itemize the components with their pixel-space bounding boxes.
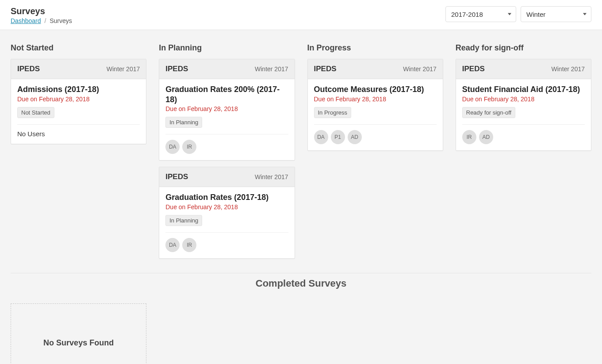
avatar[interactable]: AD: [479, 130, 493, 144]
divider: [165, 134, 288, 134]
season-selector[interactable]: Winter: [521, 6, 591, 22]
survey-card[interactable]: IPEDSWinter 2017Graduation Rates (2017-1…: [159, 167, 295, 259]
card-body: Outcome Measures (2017-18)Due on Februar…: [308, 79, 443, 150]
avatar-row: DAIR: [165, 140, 288, 154]
breadcrumb-current: Surveys: [50, 17, 72, 24]
kanban-column: In PlanningIPEDSWinter 2017Graduation Ra…: [159, 43, 295, 265]
divider: [314, 124, 437, 125]
avatar-row: IRAD: [462, 130, 585, 144]
card-category: IPEDS: [165, 172, 188, 181]
kanban-column: Ready for sign-offIPEDSWinter 2017Studen…: [456, 43, 591, 265]
breadcrumb: Dashboard / Surveys: [11, 17, 72, 24]
status-badge: Not Started: [17, 107, 54, 118]
column-title: Not Started: [11, 43, 146, 53]
breadcrumb-separator: /: [44, 17, 46, 24]
completed-section: Completed Surveys No Surveys Found: [11, 265, 591, 364]
survey-title: Graduation Rates (2017-18): [165, 192, 288, 203]
survey-title: Admissions (2017-18): [17, 84, 140, 95]
avatar[interactable]: IR: [182, 238, 196, 252]
card-term: Winter 2017: [552, 65, 585, 73]
completed-grid: No Surveys Found: [11, 294, 591, 364]
card-body: Student Financial Aid (2017-18)Due on Fe…: [456, 79, 591, 150]
completed-heading: Completed Surveys: [11, 273, 591, 294]
year-selector-value: 2017-2018: [451, 11, 483, 18]
divider: [462, 124, 585, 125]
card-category: IPEDS: [17, 65, 40, 73]
divider: [17, 124, 140, 125]
kanban-column: Not StartedIPEDSWinter 2017Admissions (2…: [11, 43, 146, 265]
due-date: Due on February 28, 2018: [462, 96, 585, 103]
avatar[interactable]: DA: [165, 238, 180, 252]
avatar-row: DAIR: [165, 238, 288, 252]
due-date: Due on February 28, 2018: [17, 96, 140, 103]
breadcrumb-link-dashboard[interactable]: Dashboard: [11, 17, 41, 24]
column-title: In Planning: [159, 43, 295, 53]
due-date: Due on February 28, 2018: [165, 203, 288, 211]
status-badge: Ready for sign-off: [462, 107, 515, 118]
status-badge: In Planning: [165, 215, 202, 226]
column-title: In Progress: [307, 43, 443, 53]
completed-empty-card: No Surveys Found: [11, 303, 146, 364]
card-header: IPEDSWinter 2017: [456, 59, 591, 79]
header-right: 2017-2018 Winter: [445, 6, 591, 22]
avatar[interactable]: IR: [462, 130, 476, 144]
card-category: IPEDS: [314, 65, 337, 73]
card-term: Winter 2017: [107, 65, 140, 73]
avatar[interactable]: IR: [182, 140, 196, 154]
survey-card[interactable]: IPEDSWinter 2017Admissions (2017-18)Due …: [11, 59, 146, 144]
column-title: Ready for sign-off: [456, 43, 591, 53]
survey-title: Student Financial Aid (2017-18): [462, 84, 585, 95]
card-header: IPEDSWinter 2017: [11, 59, 146, 79]
survey-card[interactable]: IPEDSWinter 2017Student Financial Aid (2…: [456, 59, 591, 151]
card-category: IPEDS: [462, 65, 485, 73]
due-date: Due on February 28, 2018: [165, 105, 288, 112]
page-title: Surveys: [11, 6, 72, 16]
kanban-column: In ProgressIPEDSWinter 2017Outcome Measu…: [307, 43, 443, 265]
year-selector[interactable]: 2017-2018: [445, 6, 516, 22]
card-term: Winter 2017: [255, 65, 288, 73]
status-badge: In Planning: [165, 117, 202, 128]
survey-card[interactable]: IPEDSWinter 2017Outcome Measures (2017-1…: [307, 59, 443, 151]
card-body: Graduation Rates 200% (2017-18)Due on Fe…: [159, 79, 294, 160]
avatar[interactable]: DA: [165, 140, 180, 154]
completed-empty-label: No Surveys Found: [43, 338, 114, 348]
chevron-down-icon: [583, 13, 587, 15]
card-term: Winter 2017: [255, 173, 288, 180]
board-area: Not StartedIPEDSWinter 2017Admissions (2…: [0, 30, 602, 364]
card-header: IPEDSWinter 2017: [159, 59, 294, 79]
card-term: Winter 2017: [403, 65, 436, 73]
card-header: IPEDSWinter 2017: [159, 167, 294, 187]
avatar[interactable]: P1: [331, 130, 345, 144]
card-body: Graduation Rates (2017-18)Due on Februar…: [159, 187, 294, 258]
due-date: Due on February 28, 2018: [314, 96, 437, 103]
avatar[interactable]: DA: [314, 130, 328, 144]
card-body: Admissions (2017-18)Due on February 28, …: [11, 79, 146, 144]
no-users-label: No Users: [17, 130, 140, 138]
header-left: Surveys Dashboard / Surveys: [11, 6, 72, 24]
divider: [165, 232, 288, 233]
avatar[interactable]: AD: [348, 130, 362, 144]
survey-title: Graduation Rates 200% (2017-18): [165, 84, 288, 104]
chevron-down-icon: [508, 13, 511, 15]
season-selector-value: Winter: [526, 11, 545, 18]
kanban-board: Not StartedIPEDSWinter 2017Admissions (2…: [11, 43, 591, 265]
status-badge: In Progress: [314, 107, 351, 118]
avatar-row: DAP1AD: [314, 130, 437, 144]
card-category: IPEDS: [165, 65, 188, 73]
survey-title: Outcome Measures (2017-18): [314, 84, 437, 95]
page-header: Surveys Dashboard / Surveys 2017-2018 Wi…: [0, 0, 602, 30]
survey-card[interactable]: IPEDSWinter 2017Graduation Rates 200% (2…: [159, 59, 295, 161]
card-header: IPEDSWinter 2017: [308, 59, 443, 79]
